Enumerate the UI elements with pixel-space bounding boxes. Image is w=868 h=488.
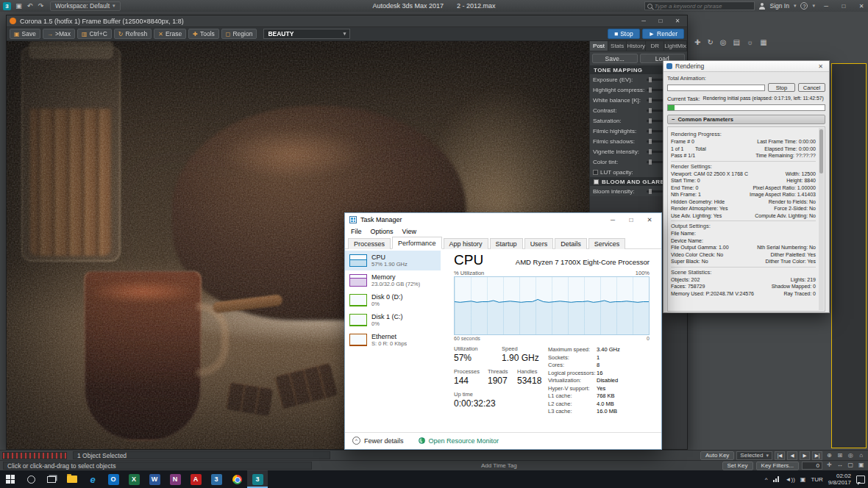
taskbar-task-view[interactable] xyxy=(41,470,62,488)
close-icon[interactable]: ✕ xyxy=(815,63,826,70)
slider-thumb[interactable] xyxy=(649,149,652,154)
tonemap-slider[interactable] xyxy=(647,110,664,112)
taskbar-file-explorer[interactable] xyxy=(62,470,82,488)
slider-thumb[interactable] xyxy=(649,98,652,103)
add-time-tag[interactable]: Add Time Tag xyxy=(481,462,517,469)
close-button[interactable]: ✕ xyxy=(671,15,684,27)
network-icon[interactable] xyxy=(773,476,780,482)
stop-render-button[interactable]: ■ Stop xyxy=(608,29,640,39)
common-parameters-rollout[interactable]: − Common Parameters xyxy=(667,115,825,124)
tab-app-history[interactable]: App history xyxy=(444,238,488,249)
bloom-checkbox[interactable] xyxy=(594,179,599,184)
taskbar-app-3[interactable]: 3 xyxy=(206,470,227,488)
taskbar-edge[interactable]: e xyxy=(82,470,103,488)
taskbar-acrobat[interactable]: A xyxy=(185,470,206,488)
save-config-button[interactable]: Save... xyxy=(592,54,638,63)
chevron-down-icon[interactable]: ▾ xyxy=(794,3,797,9)
render-button[interactable]: ► Render xyxy=(642,29,684,39)
menu-file[interactable]: File xyxy=(351,228,362,235)
slider-thumb[interactable] xyxy=(649,118,652,123)
sign-in-button[interactable]: Sign In xyxy=(770,2,789,10)
save-icon[interactable]: ▣ xyxy=(13,2,24,10)
set-key-button[interactable]: Set Key xyxy=(722,462,753,470)
sidebar-item-memory[interactable]: Memory23.0/32.0 GB (72%) xyxy=(345,270,441,290)
volume-icon[interactable]: ◄)) xyxy=(786,476,795,483)
tab-users[interactable]: Users xyxy=(524,238,554,249)
cancel-button[interactable]: Cancel xyxy=(798,83,825,92)
play-button[interactable]: ▶ xyxy=(800,451,810,460)
taskbar-chrome[interactable] xyxy=(227,470,247,488)
help-icon[interactable]: ? xyxy=(800,2,808,10)
close-button[interactable]: ✕ xyxy=(855,0,868,12)
close-button[interactable]: ✕ xyxy=(642,213,657,226)
vfb-tab-post[interactable]: Post xyxy=(590,41,608,51)
zoom-region-icon[interactable]: ▣ xyxy=(856,460,867,470)
tab-performance[interactable]: Performance xyxy=(392,237,442,249)
vfb-tab-stats[interactable]: Stats xyxy=(608,41,627,51)
vfb-tab-history[interactable]: History xyxy=(627,41,646,51)
minimize-button[interactable]: ─ xyxy=(605,213,620,226)
zoom-extents-icon[interactable]: ◎ xyxy=(845,451,856,460)
vfb-erase-button[interactable]: ✕Erase xyxy=(154,29,186,39)
taskbar-onenote[interactable]: N xyxy=(165,470,185,488)
track-bar-keys[interactable] xyxy=(2,452,67,459)
slider-thumb[interactable] xyxy=(649,87,652,93)
tonemap-slider[interactable] xyxy=(647,99,664,101)
hierarchy-tab-icon[interactable]: ◎ xyxy=(720,38,727,46)
selection-filter-dropdown[interactable]: Selected ▾ xyxy=(736,451,772,460)
lut-checkbox[interactable] xyxy=(593,170,598,175)
next-frame-button[interactable]: ▶| xyxy=(812,451,822,460)
vfb-tools-button[interactable]: ✚Tools xyxy=(188,29,219,39)
utilities-tab-icon[interactable]: ▦ xyxy=(760,38,766,46)
taskbar-3ds-max[interactable]: 3 xyxy=(247,470,268,488)
create-tab-icon[interactable]: ✚ xyxy=(694,38,700,46)
vfb-save-button[interactable]: ▣Save xyxy=(10,29,40,39)
rendering-dialog-titlebar[interactable]: Rendering ✕ xyxy=(664,61,829,72)
help-search[interactable] xyxy=(644,1,755,10)
maximize-button[interactable]: □ xyxy=(654,15,667,27)
stop-button[interactable]: Stop xyxy=(768,83,795,92)
3dsmax-app-icon[interactable]: 3 xyxy=(3,2,11,10)
action-center-icon[interactable] xyxy=(856,476,865,484)
vfb-region-button[interactable]: ◻Region xyxy=(221,29,257,39)
fewer-details-button[interactable]: ^ Fewer details xyxy=(352,437,404,445)
tonemap-slider[interactable] xyxy=(647,161,664,163)
vfb-copy-button[interactable]: ▥Ctrl+C xyxy=(77,29,112,39)
task-manager-titlebar[interactable]: Task Manager ─ □ ✕ xyxy=(345,213,661,226)
undo-icon[interactable]: ↶ xyxy=(24,2,35,10)
modify-tab-icon[interactable]: ↻ xyxy=(707,38,713,46)
chevron-down-icon[interactable]: ▾ xyxy=(812,3,815,9)
channel-selector[interactable]: BEAUTY ▾ xyxy=(263,29,350,39)
field-of-view-icon[interactable]: ⌂ xyxy=(856,451,867,460)
tray-app-icon[interactable]: ▣ xyxy=(800,476,806,483)
zoom-all-icon[interactable]: ⊞ xyxy=(835,451,846,460)
previous-frame-button[interactable]: ◀ xyxy=(787,451,797,460)
taskbar-start[interactable] xyxy=(0,470,21,488)
key-filters-button[interactable]: Key Filters... xyxy=(756,462,799,470)
minimize-button[interactable]: ─ xyxy=(637,15,650,27)
tonemap-slider[interactable] xyxy=(647,130,664,132)
language-indicator[interactable]: TUR xyxy=(811,476,822,483)
vfb-tab-lightmix[interactable]: LightMix xyxy=(664,41,687,51)
pan-icon[interactable]: ✛ xyxy=(824,460,835,470)
taskbar-outlook[interactable]: O xyxy=(103,470,124,488)
slider-thumb[interactable] xyxy=(649,77,652,82)
scrollbar[interactable] xyxy=(819,128,824,310)
cpu-utilization-chart[interactable] xyxy=(454,276,650,335)
tonemap-slider[interactable] xyxy=(647,120,664,122)
search-input[interactable] xyxy=(655,3,752,10)
slider-thumb[interactable] xyxy=(649,139,652,144)
workspace-selector[interactable]: Workspace: Default ▾ xyxy=(50,1,121,11)
menu-options[interactable]: Options xyxy=(371,228,394,235)
tonemap-slider[interactable] xyxy=(647,151,664,153)
vfb-refresh-button[interactable]: ↻Refresh xyxy=(114,29,152,39)
vfb-tab-dr[interactable]: DR xyxy=(646,41,664,51)
bloom-intensity-slider[interactable] xyxy=(647,190,664,193)
taskbar-word[interactable]: W xyxy=(144,470,165,488)
minimize-button[interactable]: ─ xyxy=(819,0,833,12)
maximize-button[interactable]: □ xyxy=(624,213,638,226)
open-resource-monitor-link[interactable]: Open Resource Monitor xyxy=(419,437,499,445)
tray-chevron-up-icon[interactable]: ^ xyxy=(765,476,768,483)
tonemap-slider[interactable] xyxy=(647,140,664,143)
sidebar-item-ethernet[interactable]: EthernetS: 0 R: 0 Kbps xyxy=(345,330,441,350)
